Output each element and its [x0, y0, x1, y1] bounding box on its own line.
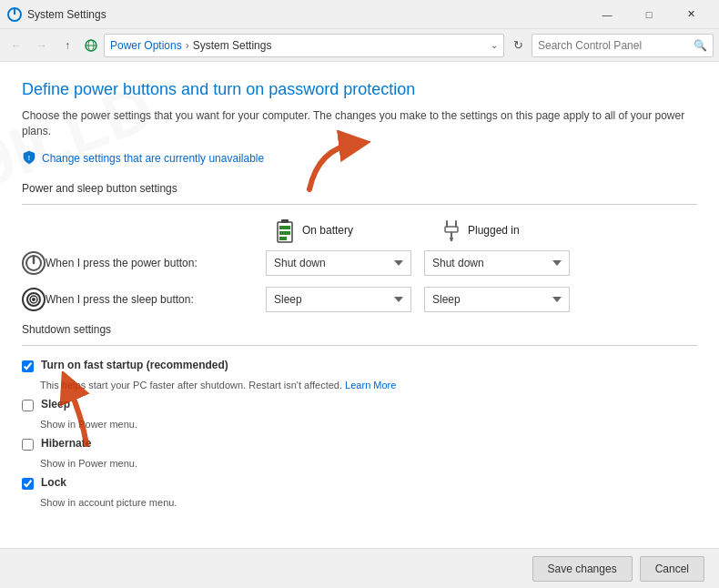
bottombar: Save changes Cancel [0, 548, 719, 588]
svg-rect-9 [279, 231, 290, 235]
hibernate-sublabel: Show in Power menu. [40, 458, 697, 469]
change-settings-label: Change settings that are currently unava… [42, 152, 264, 165]
sleep-checkbox[interactable] [22, 400, 34, 411]
power-button-icon [22, 251, 46, 275]
plugged-icon [441, 219, 462, 241]
power-table-header: On battery Plugged in [22, 218, 697, 243]
svg-rect-10 [279, 237, 287, 240]
forward-button[interactable]: → [31, 35, 53, 56]
lock-label[interactable]: Lock [41, 476, 66, 489]
main-content: 9ILLD Define power buttons and turn on p… [0, 62, 719, 548]
lock-checkbox[interactable] [22, 478, 34, 490]
sleep-button-icon [22, 288, 46, 311]
fast-startup-sublabel: This helps start your PC faster after sh… [40, 380, 697, 390]
hibernate-checkbox[interactable] [22, 439, 34, 451]
sleep-button-plugged-select[interactable]: Sleep Do nothing Hibernate Shut down Tur… [424, 287, 570, 312]
refresh-button[interactable]: ↻ [508, 35, 528, 56]
col-plugged-label: Plugged in [468, 224, 520, 237]
col-battery-header: On battery [277, 218, 441, 243]
svg-text:!: ! [28, 155, 30, 161]
lock-row: Lock [22, 476, 697, 490]
window-title: System Settings [27, 8, 586, 21]
breadcrumb-power-options[interactable]: Power Options [110, 39, 182, 52]
page-title: Define power buttons and turn on passwor… [22, 80, 697, 99]
search-bar[interactable]: 🔍 [532, 34, 714, 57]
breadcrumb-bar[interactable]: Power Options › System Settings ⌄ [104, 34, 504, 57]
power-section-header: Power and sleep button settings [22, 182, 697, 195]
location-globe-icon [84, 38, 98, 53]
power-button-plugged-select[interactable]: Shut down Do nothing Sleep Hibernate Tur… [424, 250, 570, 276]
titlebar: System Settings — □ ✕ [0, 0, 719, 29]
cancel-button[interactable]: Cancel [640, 556, 704, 582]
shield-icon: ! [22, 150, 36, 167]
power-button-battery-select[interactable]: Shut down Do nothing Sleep Hibernate Tur… [266, 250, 411, 276]
fast-startup-row: Turn on fast startup (recommended) [22, 359, 697, 372]
breadcrumb-dropdown-arrow[interactable]: ⌄ [491, 40, 498, 50]
breadcrumb-dropdown: ⌄ [491, 40, 498, 50]
sleep-button-battery-select[interactable]: Sleep Do nothing Hibernate Shut down Tur… [266, 287, 411, 312]
lock-sublabel: Show in account picture menu. [40, 497, 697, 508]
sleep-sublabel: Show in Power menu. [40, 419, 697, 430]
power-button-label: When I press the power button: [46, 257, 266, 269]
svg-point-17 [32, 298, 35, 301]
battery-icon [277, 218, 297, 243]
col-battery-label: On battery [302, 224, 353, 237]
svg-rect-8 [279, 226, 290, 229]
hibernate-row: Hibernate [22, 437, 697, 451]
sleep-button-label: When I press the sleep button: [46, 293, 266, 306]
fast-startup-checkbox[interactable] [22, 360, 34, 372]
shutdown-section-header: Shutdown settings [22, 323, 697, 336]
change-settings-link[interactable]: ! Change settings that are currently una… [22, 150, 697, 167]
col-plugged-header: Plugged in [441, 219, 604, 241]
search-input[interactable] [538, 39, 694, 52]
learn-more-link[interactable]: Learn More [345, 380, 396, 390]
addressbar: ← → ↑ Power Options › System Settings ⌄ … [0, 29, 719, 62]
titlebar-icon [7, 7, 22, 22]
maximize-button[interactable]: □ [628, 0, 670, 29]
breadcrumb-system-settings: System Settings [193, 39, 272, 52]
up-button[interactable]: ↑ [56, 35, 78, 56]
titlebar-controls: — □ ✕ [586, 0, 712, 29]
power-button-row: When I press the power button: Shut down… [22, 250, 697, 276]
shutdown-section: Shutdown settings Turn on fast startup (… [22, 323, 697, 508]
sleep-label[interactable]: Sleep [41, 398, 70, 411]
sleep-button-row: When I press the sleep button: Sleep Do … [22, 287, 697, 312]
save-changes-button[interactable]: Save changes [532, 556, 633, 582]
sleep-row: Sleep [22, 398, 697, 411]
hibernate-label[interactable]: Hibernate [41, 437, 91, 450]
power-settings-table: On battery Plugged in [22, 218, 697, 312]
close-button[interactable]: ✕ [670, 0, 712, 29]
power-section-divider [22, 204, 697, 205]
shutdown-section-divider [22, 345, 697, 346]
search-icon: 🔍 [694, 39, 707, 52]
minimize-button[interactable]: — [586, 0, 628, 29]
svg-rect-7 [281, 219, 289, 223]
page-description: Choose the power settings that you want … [22, 108, 697, 139]
breadcrumb-sep1: › [186, 39, 189, 52]
fast-startup-label[interactable]: Turn on fast startup (recommended) [41, 359, 228, 371]
back-button[interactable]: ← [5, 35, 27, 56]
